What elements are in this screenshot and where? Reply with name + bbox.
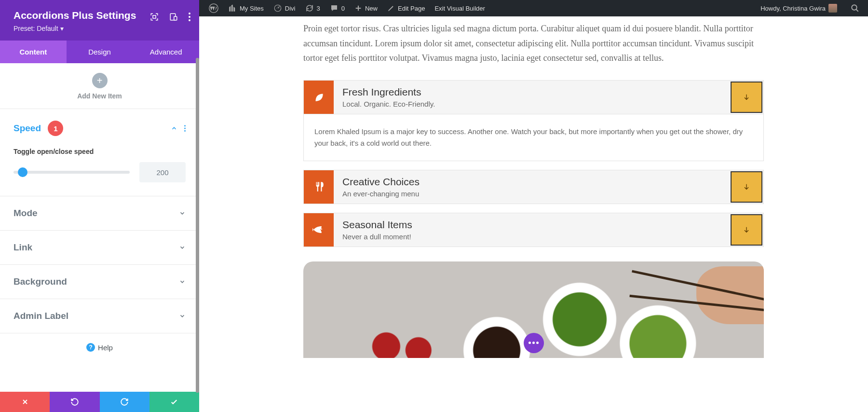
- wp-admin-bar: My Sites Divi 3 0 New: [199, 0, 868, 16]
- collapse-icon[interactable]: [171, 125, 177, 132]
- page-content: Proin eget tortor risus. Cras ultricies …: [199, 16, 868, 412]
- pencil-icon: [387, 4, 395, 12]
- howdy-label: Howdy, Christina Gwira: [760, 5, 826, 12]
- accordion-title: Creative Choices: [342, 176, 722, 188]
- exit-builder-label: Exit Visual Builder: [434, 5, 485, 12]
- help-icon: ?: [86, 343, 95, 352]
- avatar: [828, 4, 837, 13]
- tab-design[interactable]: Design: [67, 41, 133, 63]
- caret-down-icon: ▾: [60, 25, 64, 32]
- settings-tabs: Content Design Advanced: [0, 41, 199, 63]
- tab-advanced[interactable]: Advanced: [133, 41, 199, 63]
- help-link[interactable]: ? Help: [0, 333, 199, 361]
- intro-paragraph: Proin eget tortor risus. Cras ultricies …: [303, 21, 764, 66]
- svg-rect-0: [153, 15, 156, 18]
- main-area: My Sites Divi 3 0 New: [199, 0, 868, 412]
- chopsticks-graphic: [638, 271, 764, 358]
- accordion-toggle[interactable]: [731, 171, 762, 203]
- sites-icon: [228, 4, 237, 13]
- close-button[interactable]: [0, 392, 50, 412]
- tab-content[interactable]: Content: [0, 41, 67, 63]
- responsive-icon[interactable]: [169, 13, 178, 21]
- new-link[interactable]: New: [350, 0, 382, 16]
- site-link[interactable]: Divi: [269, 0, 300, 16]
- speed-field-label: Toggle open/close speed: [14, 148, 186, 155]
- section-link-title: Link: [14, 242, 32, 253]
- sidebar-header: Accordions Plus Settings Preset: Default…: [0, 0, 199, 41]
- updates-count: 3: [317, 5, 320, 12]
- section-mode-header[interactable]: Mode: [0, 196, 199, 230]
- comments-link[interactable]: 0: [325, 0, 350, 16]
- section-speed-body: Toggle open/close speed 200: [0, 148, 199, 196]
- accordion-item: Seasonal Items Never a dull moment!: [303, 213, 764, 247]
- accordion-item: Creative Choices An ever-changing menu: [303, 170, 764, 204]
- accordion-body: Lorem Khaled Ipsum is a major key to suc…: [304, 114, 763, 161]
- leaf-icon: [304, 81, 334, 114]
- section-admin-label: Admin Label: [0, 299, 199, 333]
- speed-value-input[interactable]: 200: [139, 162, 186, 182]
- expand-icon: [179, 313, 186, 319]
- dashboard-icon: [273, 4, 282, 13]
- preset-label: Preset: Default: [14, 25, 58, 32]
- comment-icon: [330, 4, 339, 13]
- svg-point-5: [189, 19, 190, 21]
- section-speed-title: Speed: [14, 123, 41, 133]
- add-item-button[interactable]: +: [92, 73, 108, 88]
- section-speed: Speed 1 Toggle open/close speed 200: [0, 109, 199, 196]
- svg-point-3: [189, 13, 190, 14]
- add-item-label: Add New Item: [0, 92, 199, 100]
- svg-rect-2: [174, 16, 177, 20]
- utensils-icon: [304, 170, 334, 204]
- svg-point-8: [184, 130, 186, 132]
- section-admin-label-header[interactable]: Admin Label: [0, 299, 199, 333]
- section-mode-title: Mode: [14, 208, 38, 219]
- section-speed-badge: 1: [48, 121, 63, 136]
- svg-point-11: [852, 5, 857, 10]
- preset-dropdown[interactable]: Preset: Default ▾: [14, 25, 64, 32]
- save-button[interactable]: [149, 392, 199, 412]
- slider-thumb[interactable]: [18, 167, 27, 177]
- svg-point-6: [184, 125, 186, 126]
- plus-icon: [354, 4, 362, 12]
- search-button[interactable]: [847, 4, 863, 13]
- howdy-link[interactable]: Howdy, Christina Gwira: [756, 0, 842, 16]
- settings-sidebar: Accordions Plus Settings Preset: Default…: [0, 0, 199, 412]
- new-label: New: [365, 5, 378, 12]
- redo-button[interactable]: [100, 392, 149, 412]
- expand-icon[interactable]: [150, 13, 159, 21]
- help-label: Help: [98, 343, 113, 352]
- edit-page-link[interactable]: Edit Page: [382, 0, 430, 16]
- updates-link[interactable]: 3: [300, 0, 325, 16]
- scrollbar[interactable]: [196, 58, 199, 393]
- module-options-button[interactable]: [524, 333, 544, 353]
- accordion-item: Fresh Ingredients Local. Organic. Eco-Fr…: [303, 80, 764, 161]
- more-icon[interactable]: [189, 13, 190, 21]
- section-speed-header[interactable]: Speed 1: [0, 109, 199, 148]
- wp-logo-icon[interactable]: [204, 0, 223, 16]
- speed-slider[interactable]: [14, 171, 130, 174]
- accordion-toggle[interactable]: [731, 214, 762, 246]
- section-mode: Mode: [0, 196, 199, 231]
- accordion-subtitle: An ever-changing menu: [342, 190, 722, 198]
- section-background-title: Background: [14, 276, 67, 287]
- accordion-title: Seasonal Items: [342, 219, 722, 231]
- section-admin-label-title: Admin Label: [14, 311, 68, 321]
- my-sites-label: My Sites: [240, 5, 264, 12]
- undo-button[interactable]: [50, 392, 99, 412]
- accordion-subtitle: Never a dull moment!: [342, 233, 722, 241]
- accordion-title: Fresh Ingredients: [342, 86, 722, 98]
- food-image: [303, 261, 764, 358]
- section-link-header[interactable]: Link: [0, 231, 199, 264]
- section-background: Background: [0, 265, 199, 299]
- exit-builder-link[interactable]: Exit Visual Builder: [430, 0, 490, 16]
- accordion-toggle[interactable]: [731, 82, 762, 113]
- site-label: Divi: [285, 5, 296, 12]
- my-sites-link[interactable]: My Sites: [223, 0, 269, 16]
- section-more-icon[interactable]: [184, 125, 186, 132]
- comments-count: 0: [341, 5, 345, 12]
- section-background-header[interactable]: Background: [0, 265, 199, 299]
- edit-page-label: Edit Page: [398, 5, 425, 12]
- expand-icon: [179, 244, 186, 251]
- bottom-actions: [0, 392, 199, 412]
- refresh-icon: [305, 4, 314, 13]
